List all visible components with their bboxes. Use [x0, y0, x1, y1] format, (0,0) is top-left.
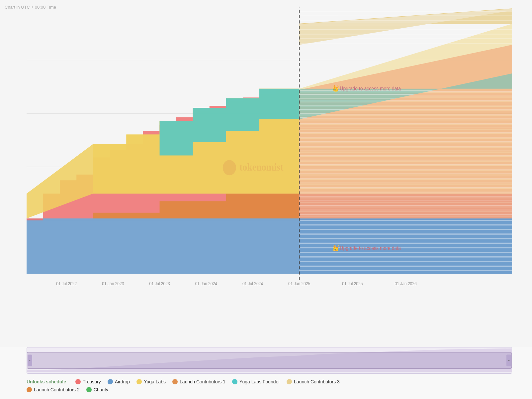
legend-label-lc3: Launch Contributors 3 — [294, 379, 340, 384]
legend-dot-yuga-labs — [136, 379, 142, 384]
legend-label-airdrop: Airdrop — [115, 379, 130, 384]
legend-label-charity: Charity — [94, 387, 108, 392]
legend-label-treasury: Treasury — [83, 379, 101, 384]
main-chart-svg: 1.00b 800m 600m 400m 200m 0 — [27, 7, 512, 327]
legend-item-yuga-founder: Yuga Labs Founder — [232, 379, 280, 384]
svg-point-131 — [223, 160, 236, 175]
legend-item-lc2: Launch Contributors 2 — [27, 387, 80, 392]
svg-text:Upgrade to access more data: Upgrade to access more data — [340, 245, 401, 251]
legend-area: Unlocks schedule Treasury Airdrop Yuga L… — [0, 374, 532, 399]
legend-label-lc1: Launch Contributors 1 — [180, 379, 225, 384]
svg-text:👑: 👑 — [332, 85, 339, 92]
legend-label-yuga-founder: Yuga Labs Founder — [239, 379, 280, 384]
legend-label-yuga-labs: Yuga Labs — [144, 379, 166, 384]
svg-text:Upgrade to access more data: Upgrade to access more data — [340, 86, 401, 92]
svg-text:tokenomist: tokenomist — [239, 161, 283, 173]
legend-item-yuga-labs: Yuga Labs — [136, 379, 166, 384]
svg-text:01 Jan 2026: 01 Jan 2026 — [395, 281, 417, 286]
legend-item-treasury: Treasury — [75, 379, 101, 384]
svg-text:«: « — [29, 358, 31, 362]
legend-dot-lc1 — [172, 379, 178, 384]
legend-dot-yuga-founder — [232, 379, 237, 384]
legend-dot-lc2 — [27, 387, 32, 392]
svg-text:👑: 👑 — [332, 244, 339, 252]
chart-container: Chart in UTC + 00:00 Time 1.00b 800m 600… — [0, 0, 532, 399]
legend-dot-charity — [86, 387, 92, 392]
legend-dot-airdrop — [108, 379, 113, 384]
chart-range-selector[interactable]: « » — [27, 347, 512, 374]
svg-marker-13 — [299, 218, 512, 274]
svg-text:01 Jan 2023: 01 Jan 2023 — [102, 281, 124, 286]
legend-row-1: Unlocks schedule Treasury Airdrop Yuga L… — [27, 379, 505, 384]
legend-dot-treasury — [75, 379, 81, 384]
svg-text:»: » — [508, 358, 510, 362]
legend-row-2: Launch Contributors 2 Charity — [27, 387, 505, 392]
chart-timezone-label: Chart in UTC + 00:00 Time — [5, 5, 56, 10]
chart-area: Chart in UTC + 00:00 Time 1.00b 800m 600… — [0, 0, 532, 347]
svg-text:01 Jul 2024: 01 Jul 2024 — [242, 281, 263, 286]
legend-title: Unlocks schedule — [27, 379, 66, 384]
svg-text:01 Jul 2022: 01 Jul 2022 — [56, 281, 77, 286]
legend-item-airdrop: Airdrop — [108, 379, 130, 384]
svg-text:01 Jan 2024: 01 Jan 2024 — [195, 281, 217, 286]
legend-item-charity: Charity — [86, 387, 108, 392]
svg-text:01 Jul 2025: 01 Jul 2025 — [342, 281, 363, 286]
legend-item-lc1: Launch Contributors 1 — [172, 379, 225, 384]
legend-item-lc3: Launch Contributors 3 — [287, 379, 340, 384]
svg-text:01 Jul 2023: 01 Jul 2023 — [149, 281, 170, 286]
svg-rect-134 — [27, 352, 512, 369]
legend-label-lc2: Launch Contributors 2 — [34, 387, 80, 392]
legend-dot-lc3 — [287, 379, 292, 384]
svg-text:01 Jan 2025: 01 Jan 2025 — [288, 281, 310, 286]
